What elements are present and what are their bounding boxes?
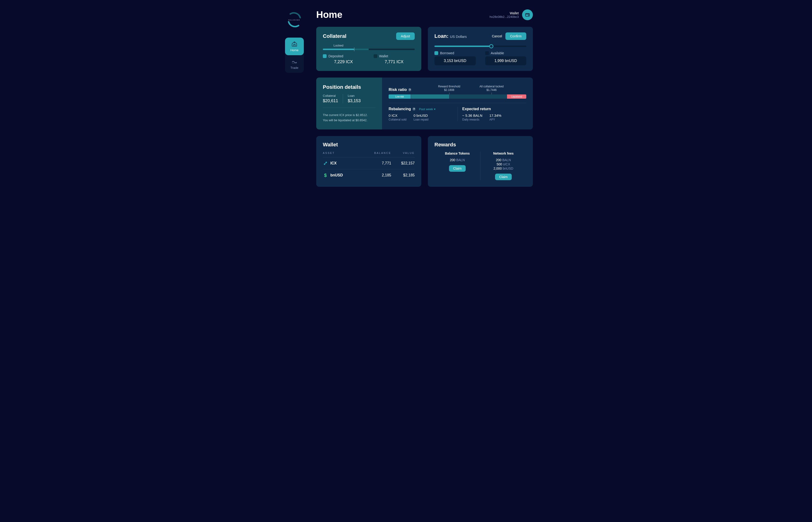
fee-amount: 200 [496, 158, 501, 162]
svg-point-1 [294, 42, 295, 43]
available-checkbox[interactable] [485, 51, 489, 55]
rebal-bnusd-value: 0 bnUSD [413, 114, 428, 118]
risk-ratio-bar: Low risk Liquidated [389, 95, 526, 99]
borrowed-checkbox[interactable] [434, 51, 438, 55]
nav-trade[interactable]: Trade [285, 55, 304, 73]
expret-baln-label: Daily rewards [462, 118, 482, 121]
position-note-liquidation: You will be liquidated at $0.6542. [323, 118, 375, 123]
deposited-label: Deposited [328, 54, 343, 58]
wallet-card: Wallet ASSET BALANCE VALUE ICX 7,771 $22… [316, 136, 421, 187]
reward-threshold-marker: Reward threshold$2.1808 [438, 85, 460, 92]
nav-home-label: Home [290, 48, 299, 52]
cancel-button[interactable]: Cancel [492, 34, 502, 38]
wallet-header-asset: ASSET [323, 152, 368, 154]
position-title: Position details [323, 84, 375, 90]
rebal-icx-label: Collateral sold [389, 118, 406, 121]
position-card: Position details Collateral $20,611 Loan… [316, 78, 533, 129]
nav-trade-label: Trade [290, 66, 298, 69]
wallet-row[interactable]: $ bnUSD 2,185 $2,185 [323, 169, 415, 181]
loan-card: Loan:US Dollars Cancel Confirm Borrowed [428, 27, 533, 71]
rebalancing-period-dropdown[interactable]: Past week ▾ [419, 107, 435, 111]
loan-title: Loan: [434, 33, 448, 39]
expret-apy-value: 17.34% [489, 114, 501, 118]
asset-value: $22,157 [391, 161, 415, 165]
sidebar-nav: Home Trade [285, 38, 304, 73]
fee-amount: 500 [497, 162, 502, 166]
help-icon[interactable]: ? [412, 107, 415, 111]
asset-balance: 2,185 [368, 173, 391, 177]
wallet-card-title: Wallet [323, 142, 415, 148]
rebalancing-title: Rebalancing ? Past week ▾ [389, 107, 453, 111]
borrowed-label: Borrowed [440, 51, 454, 55]
expected-return-title: Expected return [462, 107, 527, 111]
asset-value: $2,185 [391, 173, 415, 177]
pos-collateral-value: $20,611 [323, 98, 338, 103]
svg-point-3 [528, 15, 529, 16]
position-note-price: The current ICX price is $2.8512. [323, 113, 375, 118]
rewards-card: Rewards Balance Tokens 200BALN Claim Net… [428, 136, 533, 187]
locked-label: Locked [323, 44, 354, 47]
loan-slider[interactable] [434, 45, 526, 47]
asset-name: bnUSD [330, 173, 343, 177]
asset-name: ICX [330, 161, 337, 165]
fee-unit: bnUSD [503, 166, 513, 170]
risk-liquidated-segment: Liquidated [507, 95, 526, 99]
expret-apy-label: APY [489, 118, 501, 121]
rebal-bnusd-label: Loan repaid [413, 118, 428, 121]
pos-loan-value: $3,153 [348, 98, 361, 103]
collateral-card: Collateral Adjust Locked Deposited 7,229… [316, 27, 421, 71]
svg-text:BALANCED: BALANCED [288, 19, 300, 21]
wallet-icon [525, 12, 530, 17]
collateral-locked-marker: All collateral locked$1.7446 [480, 85, 504, 92]
risk-ratio-title: Risk ratio? [389, 87, 411, 92]
wallet-address: hx28c08b2...2240bc3 [490, 15, 519, 19]
collateral-title: Collateral [323, 33, 346, 39]
wallet-icon-button[interactable] [522, 9, 533, 20]
nav-home[interactable]: Home [285, 38, 304, 55]
expret-baln-value: ~ 5.36 BALN [462, 114, 482, 118]
tokens-amount: 200 [450, 158, 455, 162]
pos-loan-label: Loan [348, 94, 361, 98]
page-title: Home [316, 9, 342, 20]
wallet-label: Wallet [490, 11, 519, 15]
rebal-icx-value: 0 ICX [389, 114, 406, 118]
adjust-button[interactable]: Adjust [396, 33, 415, 40]
available-input[interactable] [485, 56, 527, 65]
bnusd-icon: $ [323, 173, 328, 178]
fee-unit: BALN [502, 158, 511, 162]
fee-amount: 2,000 [493, 166, 502, 170]
confirm-button[interactable]: Confirm [505, 33, 526, 40]
icx-icon [323, 161, 328, 166]
wallet-row[interactable]: ICX 7,771 $22,157 [323, 157, 415, 169]
asset-balance: 7,771 [368, 161, 391, 165]
wallet-stat-value: 7,771 ICX [373, 59, 415, 64]
claim-fees-button[interactable]: Claim [495, 174, 512, 180]
wallet-header-value: VALUE [391, 152, 415, 154]
balance-tokens-title: Balance Tokens [434, 152, 480, 155]
wallet-info[interactable]: Wallet hx28c08b2...2240bc3 [490, 9, 533, 20]
brand-logo: BALANCED [279, 9, 310, 30]
fee-unit: sICX [503, 162, 510, 166]
borrowed-input[interactable] [434, 56, 476, 65]
help-icon[interactable]: ? [408, 88, 411, 92]
wallet-stat-label: Wallet [379, 54, 388, 58]
rewards-title: Rewards [434, 142, 526, 148]
loan-subtitle: US Dollars [450, 35, 467, 39]
home-icon [291, 41, 298, 47]
network-fees-title: Network fees [481, 152, 526, 155]
deposited-checkbox[interactable] [323, 54, 327, 58]
tokens-unit: BALN [456, 158, 465, 162]
wallet-header-balance: BALANCE [368, 152, 391, 154]
wallet-checkbox[interactable] [373, 54, 377, 58]
trade-icon [291, 59, 298, 65]
claim-tokens-button[interactable]: Claim [449, 165, 466, 172]
pos-collateral-label: Collateral [323, 94, 338, 98]
collateral-slider[interactable] [323, 48, 415, 50]
deposited-value: 7,229 ICX [323, 59, 364, 64]
risk-low-segment: Low risk [389, 95, 411, 99]
available-label: Available [491, 51, 504, 55]
